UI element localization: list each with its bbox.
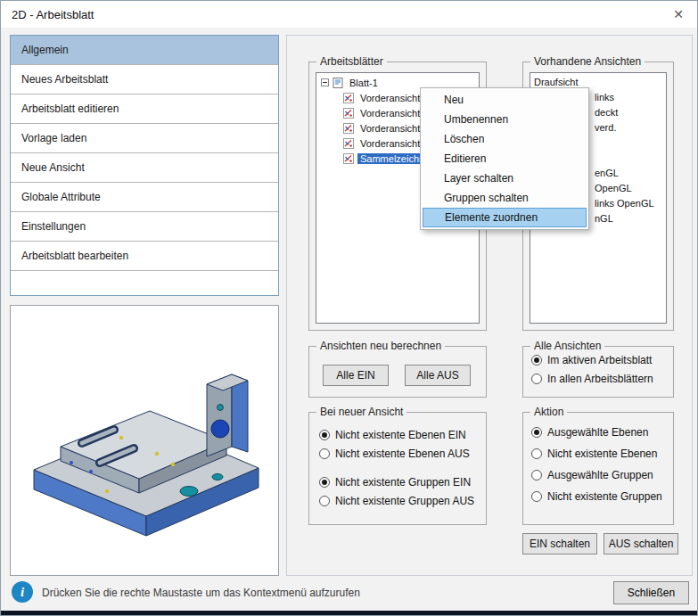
group-label: Aktion [530,406,567,418]
sidebar-item-arbeitsblatt-editieren[interactable]: Arbeitsblatt editieren [11,94,278,124]
group-label: Alle Ansichten [530,340,604,352]
sidebar-item-globale-attribute[interactable]: Globale Attribute [11,183,278,212]
tree-item-label: Vorderansicht [357,93,423,103]
radio-label: Nicht existente Ebenen EIN [335,429,466,441]
tree-item-label: Vorderansicht [357,108,423,119]
radio-icon [319,430,330,440]
radio-icon [531,355,542,365]
menu-item-gruppen-schalten[interactable]: Gruppen schalten [421,188,588,208]
sheet-icon [333,78,343,88]
footer-hint: Drücken Sie die rechte Maustaste um das … [42,587,360,599]
radio-label: Nicht existente Gruppen AUS [335,495,474,507]
alle-aus-button[interactable]: Alle AUS [405,365,471,386]
sidebar-item-vorlage-laden[interactable]: Vorlage laden [11,124,278,153]
title-bar: 2D - Arbeitsblatt ✕ [1,1,697,28]
view-sheet-icon [343,138,354,149]
schliessen-button[interactable]: Schließen [613,581,689,604]
radio-label: Nicht existente Ebenen AUS [335,448,470,460]
radio-label: Ausgewählte Gruppen [547,469,653,481]
view-sheet-icon [343,153,354,164]
radio-icon [531,427,542,438]
model-preview-image [14,329,275,552]
tree-root-label: Blatt-1 [347,78,381,88]
radio-label: Im aktiven Arbeitsblatt [547,354,652,366]
window-bottom-edge [1,611,697,615]
radio-im-aktiven-arbeitsblatt[interactable]: Im aktiven Arbeitsblatt [531,354,652,366]
radio-nicht-existente-ebenen-aus[interactable]: Nicht existente Ebenen AUS [319,448,470,460]
tree-item-label: Vorderansicht [357,138,423,149]
radio-label: Nicht existente Gruppen [547,490,662,503]
sidebar-item-neues-arbeitsblatt[interactable]: Neues Arbeitsblatt [11,65,278,94]
model-preview-panel [10,305,279,576]
group-label: Arbeitsblätter [316,55,387,68]
radio-label: Nicht existente Ebenen [547,448,657,460]
view-sheet-icon [343,108,354,119]
radio-icon [319,496,330,506]
sidebar-item-neue-ansicht[interactable]: Neue Ansicht [11,153,278,183]
radio-icon [531,448,542,459]
sidebar-item-einstellungen[interactable]: Einstellungen [11,212,278,242]
dialog-window: 2D - Arbeitsblatt ✕ Allgemein Neues Arbe… [0,0,698,616]
radio-icon [319,477,330,488]
radio-icon [531,374,542,384]
close-icon[interactable]: ✕ [665,4,692,25]
radio-nicht-existente-ebenen-aktion[interactable]: Nicht existente Ebenen [531,448,657,460]
radio-nicht-existente-ebenen-ein[interactable]: Nicht existente Ebenen EIN [319,429,466,441]
aus-schalten-button[interactable]: AUS schalten [604,533,678,554]
radio-icon [531,491,542,502]
radio-nicht-existente-gruppen-ein[interactable]: Nicht existente Gruppen EIN [319,476,471,489]
alle-ein-button[interactable]: Alle EIN [323,365,389,386]
group-label: Ansichten neu berechnen [316,340,445,352]
radio-icon [319,448,330,459]
radio-label: Ausgewählte Ebenen [547,426,648,439]
menu-item-loeschen[interactable]: Löschen [421,129,588,149]
radio-nicht-existente-gruppen-aktion[interactable]: Nicht existente Gruppen [531,490,662,503]
menu-item-layer-schalten[interactable]: Layer schalten [421,168,588,188]
radio-icon [531,470,542,480]
radio-nicht-existente-gruppen-aus[interactable]: Nicht existente Gruppen AUS [319,495,474,507]
info-icon: i [12,581,33,603]
sidebar-item-allgemein[interactable]: Allgemein [11,36,278,65]
tree-item-label: Vorderansicht [357,123,423,134]
view-sheet-icon [343,123,354,134]
group-label: Bei neuer Ansicht [316,406,406,418]
sidebar: Allgemein Neues Arbeitsblatt Arbeitsblat… [10,35,279,296]
context-menu: Neu Umbenennen Löschen Editieren Layer s… [420,87,589,230]
view-sheet-icon [343,93,354,103]
ein-schalten-button[interactable]: EIN schalten [522,533,597,554]
menu-item-elemente-zuordnen[interactable]: Elemente zuordnen [423,208,587,227]
group-label: Vorhandene Ansichten [530,55,645,68]
window-title: 2D - Arbeitsblatt [12,8,94,21]
sidebar-item-arbeitsblatt-bearbeiten[interactable]: Arbeitsblatt bearbeiten [11,242,278,271]
collapse-expander-icon[interactable] [321,78,329,86]
menu-item-neu[interactable]: Neu [421,90,588,110]
radio-label: In allen Arbeitsblättern [547,373,653,385]
radio-in-allen-arbeitsblaettern[interactable]: In allen Arbeitsblättern [531,373,653,385]
radio-ausgewaehlte-gruppen[interactable]: Ausgewählte Gruppen [531,469,653,481]
menu-item-umbenennen[interactable]: Umbenennen [421,110,588,129]
menu-item-editieren[interactable]: Editieren [421,149,588,168]
radio-label: Nicht existente Gruppen EIN [335,476,471,489]
radio-ausgewaehlte-ebenen[interactable]: Ausgewählte Ebenen [531,426,648,439]
